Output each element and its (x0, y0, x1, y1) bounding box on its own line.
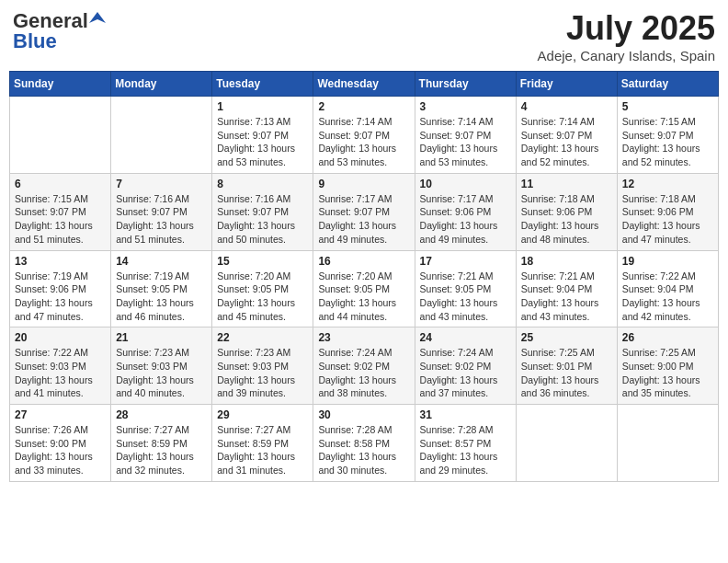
day-number: 26 (622, 331, 713, 344)
day-number: 22 (217, 331, 308, 344)
day-detail: Sunrise: 7:28 AM Sunset: 8:58 PM Dayligh… (318, 423, 409, 477)
day-number: 6 (15, 178, 106, 190)
day-detail: Sunrise: 7:19 AM Sunset: 9:05 PM Dayligh… (116, 270, 207, 324)
calendar-week-row: 6Sunrise: 7:15 AM Sunset: 9:07 PM Daylig… (10, 173, 719, 250)
day-detail: Sunrise: 7:22 AM Sunset: 9:04 PM Dayligh… (622, 270, 713, 324)
day-detail: Sunrise: 7:14 AM Sunset: 9:07 PM Dayligh… (318, 115, 409, 169)
day-detail: Sunrise: 7:19 AM Sunset: 9:06 PM Dayligh… (15, 270, 106, 324)
calendar-cell: 16Sunrise: 7:20 AM Sunset: 9:05 PM Dayli… (313, 250, 415, 327)
day-detail: Sunrise: 7:27 AM Sunset: 8:59 PM Dayligh… (217, 423, 308, 477)
calendar-cell: 23Sunrise: 7:24 AM Sunset: 9:02 PM Dayli… (313, 327, 415, 405)
calendar-cell: 25Sunrise: 7:25 AM Sunset: 9:01 PM Dayli… (516, 327, 617, 405)
logo-blue-text: Blue (13, 29, 57, 53)
calendar-cell: 2Sunrise: 7:14 AM Sunset: 9:07 PM Daylig… (313, 97, 415, 174)
day-number: 19 (622, 255, 713, 268)
day-number: 9 (318, 178, 409, 190)
day-number: 4 (521, 100, 612, 113)
day-number: 14 (116, 255, 207, 268)
calendar-week-row: 1Sunrise: 7:13 AM Sunset: 9:07 PM Daylig… (10, 97, 719, 174)
weekday-header-tuesday: Tuesday (212, 72, 313, 97)
calendar-cell: 12Sunrise: 7:18 AM Sunset: 9:06 PM Dayli… (617, 173, 718, 250)
day-number: 31 (420, 408, 511, 421)
calendar-cell: 6Sunrise: 7:15 AM Sunset: 9:07 PM Daylig… (10, 173, 111, 250)
logo-bird-icon (89, 10, 106, 27)
day-number: 2 (318, 100, 409, 113)
calendar-cell: 8Sunrise: 7:16 AM Sunset: 9:07 PM Daylig… (212, 173, 313, 250)
calendar-cell: 15Sunrise: 7:20 AM Sunset: 9:05 PM Dayli… (212, 250, 313, 327)
day-detail: Sunrise: 7:13 AM Sunset: 9:07 PM Dayligh… (217, 115, 308, 169)
day-number: 7 (116, 178, 207, 190)
day-detail: Sunrise: 7:27 AM Sunset: 8:59 PM Dayligh… (116, 423, 207, 477)
calendar-cell: 5Sunrise: 7:15 AM Sunset: 9:07 PM Daylig… (617, 97, 718, 174)
day-number: 10 (420, 178, 511, 190)
weekday-header-wednesday: Wednesday (313, 72, 415, 97)
calendar-cell: 10Sunrise: 7:17 AM Sunset: 9:06 PM Dayli… (415, 173, 516, 250)
day-detail: Sunrise: 7:25 AM Sunset: 9:01 PM Dayligh… (521, 346, 612, 400)
day-detail: Sunrise: 7:17 AM Sunset: 9:07 PM Dayligh… (318, 192, 409, 247)
calendar-cell: 7Sunrise: 7:16 AM Sunset: 9:07 PM Daylig… (111, 173, 212, 250)
day-detail: Sunrise: 7:24 AM Sunset: 9:02 PM Dayligh… (420, 346, 511, 400)
weekday-header-saturday: Saturday (617, 72, 718, 97)
weekday-header-friday: Friday (516, 72, 617, 97)
calendar-cell: 4Sunrise: 7:14 AM Sunset: 9:07 PM Daylig… (516, 97, 617, 174)
calendar-cell: 9Sunrise: 7:17 AM Sunset: 9:07 PM Daylig… (313, 173, 415, 250)
calendar-cell: 22Sunrise: 7:23 AM Sunset: 9:03 PM Dayli… (212, 327, 313, 405)
calendar-cell: 17Sunrise: 7:21 AM Sunset: 9:05 PM Dayli… (415, 250, 516, 327)
day-detail: Sunrise: 7:20 AM Sunset: 9:05 PM Dayligh… (217, 270, 308, 324)
day-number: 8 (217, 178, 308, 190)
day-detail: Sunrise: 7:28 AM Sunset: 8:57 PM Dayligh… (420, 423, 511, 477)
logo: General Blue (13, 9, 106, 53)
weekday-header-sunday: Sunday (10, 72, 111, 97)
weekday-header-row: SundayMondayTuesdayWednesdayThursdayFrid… (10, 72, 719, 97)
day-detail: Sunrise: 7:18 AM Sunset: 9:06 PM Dayligh… (622, 192, 713, 247)
calendar-cell: 3Sunrise: 7:14 AM Sunset: 9:07 PM Daylig… (415, 97, 516, 174)
day-number: 27 (15, 408, 106, 421)
calendar-cell: 26Sunrise: 7:25 AM Sunset: 9:00 PM Dayli… (617, 327, 718, 405)
svg-marker-0 (89, 12, 106, 23)
day-number: 21 (116, 331, 207, 344)
day-number: 20 (15, 331, 106, 344)
month-year-title: July 2025 (538, 9, 715, 48)
day-number: 13 (15, 255, 106, 268)
calendar-cell: 11Sunrise: 7:18 AM Sunset: 9:06 PM Dayli… (516, 173, 617, 250)
day-detail: Sunrise: 7:24 AM Sunset: 9:02 PM Dayligh… (318, 346, 409, 400)
day-detail: Sunrise: 7:25 AM Sunset: 9:00 PM Dayligh… (622, 346, 713, 400)
day-number: 28 (116, 408, 207, 421)
day-detail: Sunrise: 7:16 AM Sunset: 9:07 PM Dayligh… (116, 192, 207, 247)
day-detail: Sunrise: 7:18 AM Sunset: 9:06 PM Dayligh… (521, 192, 612, 247)
weekday-header-thursday: Thursday (415, 72, 516, 97)
day-detail: Sunrise: 7:23 AM Sunset: 9:03 PM Dayligh… (217, 346, 308, 400)
day-detail: Sunrise: 7:26 AM Sunset: 9:00 PM Dayligh… (15, 423, 106, 477)
day-detail: Sunrise: 7:14 AM Sunset: 9:07 PM Dayligh… (521, 115, 612, 169)
calendar-cell (111, 97, 212, 174)
calendar-cell: 20Sunrise: 7:22 AM Sunset: 9:03 PM Dayli… (10, 327, 111, 405)
day-detail: Sunrise: 7:21 AM Sunset: 9:04 PM Dayligh… (521, 270, 612, 324)
calendar-cell: 1Sunrise: 7:13 AM Sunset: 9:07 PM Daylig… (212, 97, 313, 174)
day-detail: Sunrise: 7:22 AM Sunset: 9:03 PM Dayligh… (15, 346, 106, 400)
day-detail: Sunrise: 7:21 AM Sunset: 9:05 PM Dayligh… (420, 270, 511, 324)
day-number: 12 (622, 178, 713, 190)
calendar-week-row: 27Sunrise: 7:26 AM Sunset: 9:00 PM Dayli… (10, 405, 719, 482)
location-subtitle: Adeje, Canary Islands, Spain (538, 48, 715, 63)
calendar-table: SundayMondayTuesdayWednesdayThursdayFrid… (9, 71, 719, 482)
calendar-cell: 13Sunrise: 7:19 AM Sunset: 9:06 PM Dayli… (10, 250, 111, 327)
calendar-cell: 30Sunrise: 7:28 AM Sunset: 8:58 PM Dayli… (313, 405, 415, 482)
calendar-cell: 31Sunrise: 7:28 AM Sunset: 8:57 PM Dayli… (415, 405, 516, 482)
day-detail: Sunrise: 7:17 AM Sunset: 9:06 PM Dayligh… (420, 192, 511, 247)
calendar-cell: 29Sunrise: 7:27 AM Sunset: 8:59 PM Dayli… (212, 405, 313, 482)
day-number: 23 (318, 331, 409, 344)
day-number: 18 (521, 255, 612, 268)
day-number: 29 (217, 408, 308, 421)
day-detail: Sunrise: 7:15 AM Sunset: 9:07 PM Dayligh… (622, 115, 713, 169)
day-number: 24 (420, 331, 511, 344)
calendar-cell: 14Sunrise: 7:19 AM Sunset: 9:05 PM Dayli… (111, 250, 212, 327)
calendar-cell: 18Sunrise: 7:21 AM Sunset: 9:04 PM Dayli… (516, 250, 617, 327)
calendar-cell: 28Sunrise: 7:27 AM Sunset: 8:59 PM Dayli… (111, 405, 212, 482)
calendar-week-row: 20Sunrise: 7:22 AM Sunset: 9:03 PM Dayli… (10, 327, 719, 405)
day-number: 25 (521, 331, 612, 344)
day-number: 11 (521, 178, 612, 190)
day-number: 16 (318, 255, 409, 268)
day-number: 15 (217, 255, 308, 268)
calendar-cell: 27Sunrise: 7:26 AM Sunset: 9:00 PM Dayli… (10, 405, 111, 482)
calendar-cell: 21Sunrise: 7:23 AM Sunset: 9:03 PM Dayli… (111, 327, 212, 405)
